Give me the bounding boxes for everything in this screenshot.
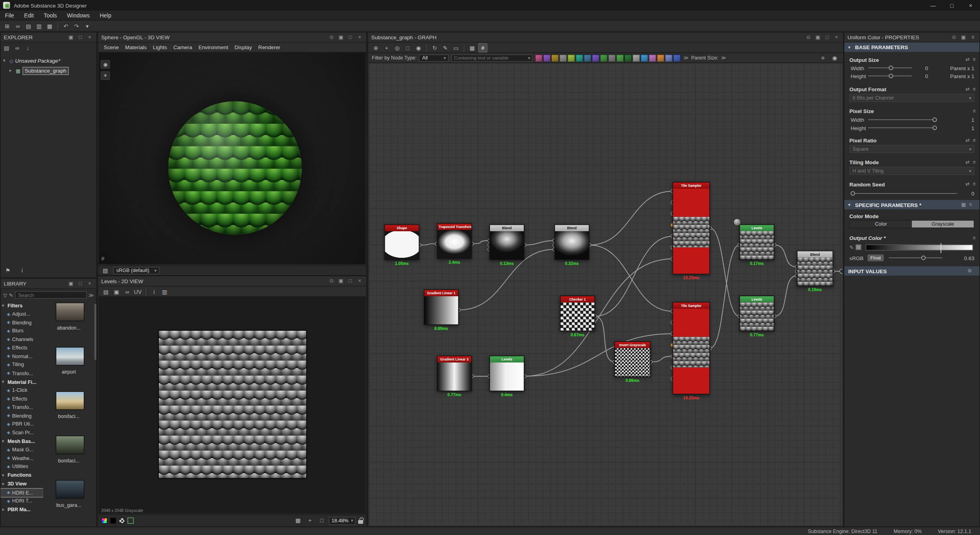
menu-icon[interactable]: ≡ [973,235,976,241]
graph-search[interactable]: ▾ [452,54,533,61]
graph-node[interactable]: Tile Sampler14.32ms [673,302,710,394]
color-mode-color-button[interactable]: Color [850,221,912,227]
palette-node-icon[interactable] [633,54,640,61]
menu-icon[interactable]: ≡ [973,138,976,143]
color-swatch[interactable] [856,244,861,250]
library-item[interactable]: ◈Effects [1,395,43,403]
graph-search-input[interactable] [452,55,528,61]
history-dropdown-icon[interactable]: ▾ [83,21,92,31]
library-asset[interactable]: bonifaci... [43,434,94,479]
library-section-1[interactable]: ▾Material Fi... [1,378,43,386]
grid-toggle-icon[interactable]: # [101,256,104,262]
library-item[interactable]: ◈Scan Pr... [1,428,43,437]
graph-node[interactable]: Gradient Linear 30.77ms [437,356,472,391]
library-item[interactable]: ◈Weathe... [1,454,43,462]
view3d-menu-environment[interactable]: Environment [195,43,231,52]
menu-tools[interactable]: Tools [39,11,62,20]
palette-node-icon[interactable] [657,54,665,61]
graph-node[interactable]: Gradient Linear 18.89ms [424,290,459,325]
menu-icon[interactable]: ≡ [973,159,976,165]
graph-node[interactable]: Levels0.4ms [489,356,524,391]
graph-node[interactable]: Levels0.17ms [740,224,774,260]
library-item[interactable]: ◈Mask G... [1,446,43,454]
histogram-icon[interactable]: ▥ [160,287,169,296]
palette-node-icon[interactable] [576,54,584,61]
save-icon[interactable]: ▤ [101,287,111,296]
collapse-arrow-icon[interactable]: ▾ [2,303,6,308]
light-icon[interactable]: ☀ [101,71,110,80]
library-item[interactable]: ◈Transfo... [1,403,43,411]
view3d-menu-materials[interactable]: Materials [122,43,150,52]
float-icon[interactable]: ▣ [815,35,821,40]
view3d-menu-renderer[interactable]: Renderer [255,43,284,52]
menu-icon[interactable]: ≡ [973,181,976,187]
close-icon[interactable]: × [86,35,93,40]
filter-icon[interactable]: ▽ [3,292,7,298]
graph-node[interactable]: Blend0.19ms [797,251,833,286]
open-icon[interactable]: ▤ [24,21,33,31]
graph-node[interactable]: Invert Grayscale0.86ms [614,341,650,377]
minimize-button[interactable]: — [924,0,942,11]
open-folder-icon[interactable]: ▥ [35,21,44,31]
redo-icon[interactable]: ↷ [72,21,81,31]
close-icon[interactable]: × [833,35,840,40]
menu-icon[interactable]: ≡ [973,86,976,92]
palette-node-icon[interactable] [560,54,567,61]
expand-arrow-icon[interactable]: ▸ [10,68,14,73]
active-channel-icon[interactable] [127,518,134,524]
library-item[interactable]: ◈Blending [1,412,43,420]
pencil-icon[interactable]: ✎ [844,244,854,250]
palette-node-icon[interactable] [673,54,681,61]
collapse-arrow-icon[interactable]: ▾ [2,439,6,444]
menu-file[interactable]: File [0,11,19,20]
center-icon[interactable]: + [305,516,315,525]
color-mode-grayscale-button[interactable]: Grayscale [912,221,974,227]
collapse-arrow-icon[interactable]: ▾ [2,481,6,487]
library-search-input[interactable] [15,291,87,299]
menu-edit[interactable]: Edit [19,11,39,20]
search-overflow-icon[interactable]: ≫ [88,292,94,298]
frame-all-icon[interactable]: □ [403,43,413,53]
height-slider[interactable] [868,76,912,77]
library-item[interactable]: ◈Blending [1,318,43,327]
close-icon[interactable]: × [86,281,93,286]
view2d-viewport[interactable]: 2048 x 2048 Grayscale [99,297,366,514]
height-value[interactable]: 0 [912,73,928,79]
display-options-icon[interactable]: ▦ [467,43,477,53]
library-item[interactable]: ◈Tiling [1,361,43,369]
pin-icon[interactable]: ⊙ [805,35,812,40]
width-value[interactable]: 0 [912,65,928,71]
image-icon[interactable]: ▣ [112,287,121,296]
save-all-icon[interactable]: ▦ [45,21,54,31]
float-icon[interactable]: ▣ [338,278,344,284]
slider-knob[interactable] [921,255,926,260]
snap-grid-icon[interactable]: # [478,43,488,53]
library-item[interactable]: ◈Effects [1,344,43,352]
library-item[interactable]: ◈Channels [1,335,43,343]
library-scrollbar[interactable] [94,304,96,360]
link-icon[interactable]: ⇄ [965,86,970,92]
link-icon[interactable]: ∞ [13,21,23,31]
specific-parameters-section[interactable]: ▾ SPECIFIC PARAMETERS * ▦≡ [844,200,979,209]
pin-icon[interactable]: ⊙ [951,35,957,40]
input-values-section[interactable]: INPUT VALUES ⚙ [844,266,979,276]
fit-view-icon[interactable]: □ [317,516,327,525]
float-icon[interactable]: ▣ [67,281,74,286]
height-parent[interactable]: Parent x 1 [950,73,980,79]
menu-icon[interactable]: ≡ [973,108,976,114]
palette-node-icon[interactable] [625,54,632,61]
maximize-icon[interactable]: □ [347,35,354,40]
pencil-icon[interactable]: ✎ [441,43,450,53]
library-item[interactable]: ◈Utilities [1,462,43,471]
pixel-height-value[interactable]: 1 [971,125,979,131]
alpha-channel-icon[interactable] [110,518,116,524]
graph-node[interactable]: Shape1.05ms [384,224,419,260]
library-item[interactable]: ◈PBR Uti... [1,420,43,428]
library-item[interactable]: ◈1-Click [1,386,43,395]
graph-node[interactable]: Trapezoid Transform in G...2.4ms [437,223,472,259]
node-type-filter-select[interactable]: All ▾ [419,54,449,61]
material-preview-sphere[interactable] [168,101,302,235]
lock-icon[interactable] [358,520,363,523]
link-icon[interactable]: ⇄ [965,181,970,187]
palette-node-icon[interactable] [617,54,624,61]
